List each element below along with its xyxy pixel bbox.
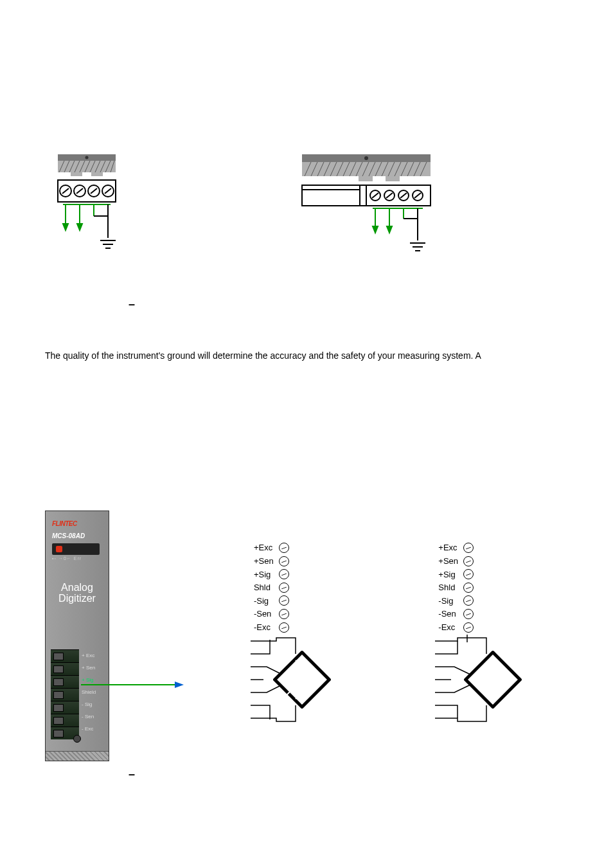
- svg-line-24: [105, 188, 111, 194]
- svg-point-1: [85, 156, 89, 159]
- terminal-diagram-right: [289, 154, 450, 278]
- svg-rect-14: [71, 172, 82, 176]
- terminal-diagram-left: [45, 154, 129, 278]
- svg-rect-38: [302, 162, 431, 176]
- svg-rect-59: [386, 176, 400, 181]
- svg-line-18: [62, 188, 69, 194]
- module-image: FLINTEC MCS-08AD ▪▫ →0← Err AnalogDigiti…: [45, 511, 109, 761]
- terminal-labels: + Exc + Sen + Sig Shield - Sig - Sen - E…: [82, 649, 96, 735]
- wiring-diagram-4wire: +Exc +Sen +Sig Shld -Sig -Sen -Exc: [435, 541, 568, 731]
- module-big-label: AnalogDigitizer: [46, 582, 109, 604]
- svg-marker-84: [175, 682, 184, 688]
- svg-line-69: [400, 193, 407, 198]
- svg-line-87: [296, 686, 308, 699]
- wiring-diagram-6wire: +Exc +Sen +Sig Shld -Sig -Sen -Exc: [251, 541, 377, 731]
- svg-line-86: [296, 660, 308, 673]
- svg-line-22: [91, 188, 97, 194]
- svg-marker-76: [387, 226, 392, 233]
- terminal-block: [51, 649, 79, 739]
- svg-line-65: [372, 193, 378, 198]
- body-paragraph: The quality of the instrument's ground w…: [45, 350, 568, 363]
- svg-rect-90: [466, 652, 520, 707]
- top-diagram-row: [45, 154, 568, 278]
- mounting-hole: [73, 735, 81, 743]
- svg-marker-74: [373, 226, 378, 233]
- svg-line-20: [76, 188, 83, 194]
- svg-rect-15: [91, 172, 103, 176]
- din-rail: [46, 751, 109, 761]
- svg-line-67: [386, 193, 393, 198]
- module-image-wrap: FLINTEC MCS-08AD ▪▫ →0← Err AnalogDigiti…: [45, 511, 193, 761]
- module-brand: FLINTEC: [52, 520, 77, 527]
- module-model: MCS-08AD: [52, 532, 85, 539]
- led-strip: [52, 543, 100, 555]
- led-labels: ▪▫ →0← Err: [52, 556, 82, 561]
- svg-marker-28: [77, 224, 82, 230]
- dash-mark-1: –: [129, 298, 568, 311]
- svg-point-37: [364, 156, 368, 160]
- module-row: FLINTEC MCS-08AD ▪▫ →0← Err AnalogDigiti…: [45, 511, 568, 761]
- svg-marker-26: [63, 224, 68, 230]
- svg-line-71: [414, 193, 421, 198]
- dash-mark-2: –: [129, 768, 568, 781]
- svg-rect-58: [359, 176, 373, 181]
